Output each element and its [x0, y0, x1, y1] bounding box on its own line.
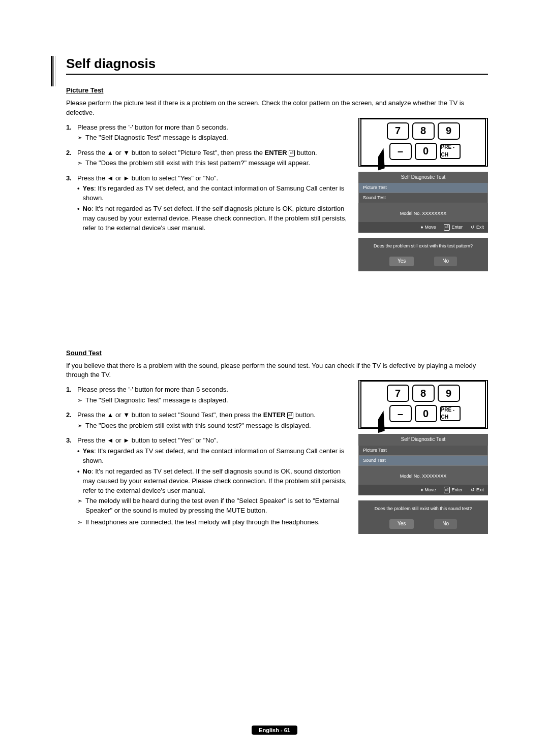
sound-test-intro: If you believe that there is a problem w… [66, 361, 488, 381]
enter-icon: ⏎ [444, 224, 450, 231]
step2-text: Press the ▲ or ▼ button to select "Sound… [77, 411, 316, 419]
osd-model: Model No. XXXXXXXX [358, 203, 488, 222]
step3-no: No: It's not regarded as TV set defect. … [83, 467, 349, 496]
dialog-text: Does the problem still exist with this s… [361, 506, 485, 512]
page-title: Self diagnosis [66, 56, 488, 72]
remote-key-prech[interactable]: PRE - CH [440, 144, 461, 159]
enter-icon: ⏎ [287, 412, 293, 419]
osd-toolbar: ♦Move ⏎Enter ↺Exit [358, 222, 488, 233]
dialog-text: Does the problem still exist with this t… [361, 243, 485, 249]
osd-item-picture-test[interactable]: Picture Test [358, 183, 488, 193]
step1-text: Please press the '-' button for more tha… [77, 123, 228, 131]
osd-item-picture-test[interactable]: Picture Test [358, 446, 488, 456]
step2-sub: The "Does the problem still exist with t… [85, 159, 310, 168]
step1-sub: The "Self Diagnostic Test" message is di… [85, 133, 228, 143]
move-arrows-icon: ♦ [421, 487, 423, 493]
remote-key-8[interactable]: 8 [412, 385, 435, 402]
dialog-no-button[interactable]: No [434, 519, 457, 529]
osd-title: Self Diagnostic Test [358, 172, 488, 183]
step-number: 3. [66, 436, 77, 529]
step1-text: Please press the '-' button for more tha… [77, 386, 228, 393]
picture-steps: 1. Please press the '-' button for more … [66, 123, 349, 234]
remote-key-7[interactable]: 7 [387, 122, 409, 140]
page-footer: English - 61 [0, 725, 549, 735]
osd-item-sound-test[interactable]: Sound Test [358, 193, 488, 203]
remote-key-minus[interactable]: – [389, 143, 412, 160]
sound-note2: If headphones are connected, the test me… [85, 518, 320, 527]
remote-key-0[interactable]: 0 [415, 405, 437, 422]
osd-dialog-sound: Does the problem still exist with this s… [358, 500, 488, 534]
dialog-yes-button[interactable]: Yes [389, 257, 414, 266]
osd-title: Self Diagnostic Test [358, 434, 488, 446]
sound-note1: The melody will be heard during the test… [85, 496, 349, 516]
picture-test-heading: Picture Test [66, 86, 488, 96]
enter-icon: ⏎ [444, 487, 450, 493]
page-number: English - 61 [252, 726, 297, 735]
osd-menu-sound: Self Diagnostic Test Picture Test Sound … [358, 434, 488, 495]
remote-key-minus[interactable]: – [389, 405, 412, 422]
sound-steps: 1. Please press the '-' button for more … [66, 385, 349, 529]
remote-pad-picture: 7 8 9 – 0 PRE - CH [358, 118, 488, 167]
remote-key-9[interactable]: 9 [438, 122, 460, 140]
title-row: Self diagnosis [66, 56, 488, 75]
remote-pad-sound: 7 8 9 – 0 PRE - CH [358, 380, 488, 429]
return-icon: ↺ [471, 224, 475, 231]
return-icon: ↺ [471, 487, 475, 493]
step-number: 1. [66, 385, 77, 407]
dialog-no-button[interactable]: No [434, 257, 457, 266]
remote-key-prech[interactable]: PRE - CH [440, 406, 461, 421]
move-arrows-icon: ♦ [421, 224, 423, 231]
step3-yes: Yes: It's regarded as TV set defect, and… [83, 184, 349, 203]
osd-dialog-picture: Does the problem still exist with this t… [358, 238, 488, 271]
remote-key-7[interactable]: 7 [387, 385, 409, 402]
step-number: 1. [66, 123, 77, 145]
enter-icon: ⏎ [289, 150, 295, 156]
osd-model: Model No. XXXXXXXX [358, 466, 488, 485]
osd-toolbar: ♦Move ⏎Enter ↺Exit [358, 485, 488, 495]
step-number: 3. [66, 174, 77, 234]
step-number: 2. [66, 411, 77, 433]
remote-key-0[interactable]: 0 [415, 143, 437, 160]
step3-no: No: It's not regarded as TV set defect. … [83, 204, 349, 233]
step1-sub: The "Self Diagnostic Test" message is di… [85, 396, 228, 405]
dialog-yes-button[interactable]: Yes [389, 519, 414, 529]
osd-menu-picture: Self Diagnostic Test Picture Test Sound … [358, 172, 488, 233]
remote-key-8[interactable]: 8 [412, 122, 435, 140]
picture-test-intro: Please perform the picture test if there… [66, 99, 488, 118]
osd-item-sound-test[interactable]: Sound Test [358, 456, 488, 466]
remote-key-9[interactable]: 9 [438, 385, 460, 402]
section-left-bar [51, 56, 56, 86]
step2-sub: The "Does the problem still exist with t… [85, 421, 311, 431]
step3-text: Press the ◄ or ► button to select "Yes" … [77, 174, 218, 182]
sound-test-heading: Sound Test [66, 349, 488, 358]
step3-yes: Yes: It's regarded as TV set defect, and… [83, 447, 349, 466]
step-number: 2. [66, 148, 77, 171]
step2-text: Press the ▲ or ▼ button to select "Pictu… [77, 149, 317, 156]
step3-text: Press the ◄ or ► button to select "Yes" … [77, 436, 218, 444]
